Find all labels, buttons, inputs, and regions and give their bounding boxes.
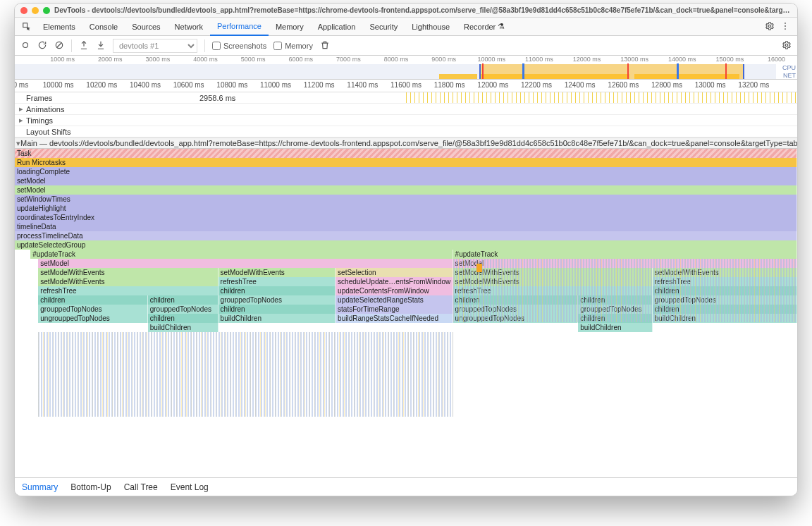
- close-icon[interactable]: [20, 7, 27, 14]
- flame-segment[interactable]: refreshTree: [219, 277, 336, 286]
- flame-segment[interactable]: buildRangeStatsCacheIfNeeded: [336, 314, 453, 323]
- flame-segment[interactable]: Run Microtasks: [15, 158, 797, 167]
- flame-segment[interactable]: children: [219, 305, 336, 314]
- overview-tick: 2000 ms: [98, 56, 123, 63]
- track-animations[interactable]: ▸Animations: [15, 104, 797, 115]
- ruler-tick: 11000 ms: [260, 81, 291, 89]
- overview-tick: 10000 ms: [477, 56, 505, 63]
- svg-point-4: [785, 28, 786, 30]
- svg-point-3: [785, 25, 786, 27]
- flame-segment[interactable]: scheduleUpdate…entsFromWindow: [336, 277, 453, 286]
- flame-segment[interactable]: updateSelectedRangeStats: [336, 295, 453, 305]
- track-frames[interactable]: Frames 2958.6 ms: [15, 92, 797, 104]
- window-title: DevTools - devtools://devtools/bundled/d…: [54, 6, 792, 14]
- download-icon[interactable]: [96, 40, 106, 51]
- flame-segment[interactable]: children: [148, 295, 219, 305]
- ruler-tick: 12000 ms: [477, 81, 508, 89]
- tab-sources[interactable]: Sources: [125, 18, 167, 36]
- flame-segment[interactable]: grouppedTopNodes: [148, 305, 219, 314]
- reload-icon[interactable]: [37, 40, 47, 51]
- main-thread-header[interactable]: ▾Main — devtools://devtools/bundled/devt…: [15, 137, 797, 149]
- flame-segment[interactable]: setModel: [38, 259, 453, 268]
- flame-segment[interactable]: #updateTrack: [453, 250, 797, 259]
- flame-segment[interactable]: setModelWithEvents: [219, 268, 336, 277]
- overview-timeline[interactable]: 1000 ms2000 ms3000 ms4000 ms5000 ms6000 …: [15, 56, 797, 80]
- record-icon[interactable]: [20, 40, 30, 51]
- track-layout-shifts[interactable]: Layout Shifts: [15, 126, 797, 137]
- tab-elements[interactable]: Elements: [36, 18, 82, 36]
- flame-segment[interactable]: grouppedTopNodes: [38, 305, 147, 314]
- details-tabbar: Summary Bottom-Up Call Tree Event Log: [15, 477, 797, 496]
- flame-segment[interactable]: setWindowTimes: [15, 195, 797, 204]
- flame-segment[interactable]: children: [219, 286, 336, 295]
- overview-tick: 9000 ms: [431, 56, 456, 63]
- flame-segment[interactable]: buildChildren: [148, 323, 219, 332]
- flame-segment[interactable]: setModelWithEvents: [38, 268, 218, 277]
- svg-point-5: [23, 42, 28, 47]
- performance-toolbar: devtools #1 Screenshots Memory: [15, 36, 797, 56]
- kebab-menu-icon[interactable]: [780, 21, 790, 32]
- tab-network[interactable]: Network: [168, 18, 210, 36]
- flame-segment[interactable]: statsForTimeRange: [336, 305, 453, 314]
- clear-icon[interactable]: [54, 40, 64, 51]
- minimize-icon[interactable]: [32, 7, 39, 14]
- tab-bottom-up[interactable]: Bottom-Up: [70, 482, 111, 492]
- time-ruler[interactable]: 9800 ms10000 ms10200 ms10400 ms10600 ms1…: [15, 80, 797, 92]
- flame-segment[interactable]: children: [148, 314, 219, 323]
- overview-tick: 6000 ms: [288, 56, 313, 63]
- track-timings[interactable]: ▸Timings: [15, 115, 797, 126]
- flame-segment[interactable]: updateContentsFromWindow: [336, 286, 453, 295]
- flame-segment[interactable]: buildChildren: [578, 323, 652, 332]
- net-label: NET: [783, 72, 796, 79]
- settings-gear-icon[interactable]: [765, 21, 775, 32]
- flame-segment[interactable]: loadingComplete: [15, 167, 797, 176]
- flame-segment[interactable]: ungrouppedTopNodes: [38, 314, 147, 323]
- tab-security[interactable]: Security: [362, 18, 405, 36]
- ruler-tick: 13000 ms: [695, 81, 726, 89]
- tab-console[interactable]: Console: [82, 18, 125, 36]
- ruler-tick: 12800 ms: [651, 81, 682, 89]
- preview-badge-icon: ⚗: [498, 22, 505, 31]
- tab-performance[interactable]: Performance: [210, 18, 269, 36]
- ruler-tick: 11200 ms: [304, 81, 335, 89]
- flame-segment[interactable]: setModelWithEvents: [38, 277, 218, 286]
- tab-recorder[interactable]: Recorder ⚗: [457, 18, 512, 36]
- flame-segment[interactable]: updateSelectedGroup: [15, 240, 797, 250]
- inspect-icon[interactable]: [18, 18, 36, 36]
- tab-memory[interactable]: Memory: [269, 18, 311, 36]
- tab-application[interactable]: Application: [311, 18, 363, 36]
- screenshots-checkbox[interactable]: Screenshots: [212, 42, 266, 50]
- tab-lighthouse[interactable]: Lighthouse: [405, 18, 457, 36]
- flame-segment[interactable]: children: [38, 295, 147, 305]
- flame-segment[interactable]: timelineData: [15, 222, 797, 231]
- flame-segment[interactable]: setSelection: [336, 268, 453, 277]
- panel-settings-gear-icon[interactable]: [782, 40, 792, 51]
- flame-segment[interactable]: refreshTree: [38, 286, 218, 295]
- ruler-tick: 10800 ms: [216, 81, 247, 89]
- trash-icon[interactable]: [320, 40, 330, 51]
- flame-chart[interactable]: TaskRun MicrotasksloadingCompletesetMode…: [15, 149, 797, 477]
- tab-summary[interactable]: Summary: [22, 482, 58, 492]
- memory-checkbox[interactable]: Memory: [273, 42, 313, 50]
- flame-segment[interactable]: [476, 264, 482, 272]
- overview-tick: 4000 ms: [193, 56, 218, 63]
- profile-selector[interactable]: devtools #1: [113, 39, 197, 53]
- flame-segment[interactable]: Task: [15, 149, 797, 158]
- tab-event-log[interactable]: Event Log: [171, 482, 209, 492]
- devtools-window: DevTools - devtools://devtools/bundled/d…: [14, 3, 798, 496]
- ruler-tick: 10000 ms: [43, 81, 74, 89]
- flame-segment[interactable]: coordinatesToEntryIndex: [15, 213, 797, 222]
- maximize-icon[interactable]: [43, 7, 50, 14]
- tab-call-tree[interactable]: Call Tree: [124, 482, 158, 492]
- svg-rect-0: [23, 23, 27, 27]
- flame-segment[interactable]: processTimelineData: [15, 231, 797, 240]
- upload-icon[interactable]: [79, 40, 89, 51]
- overview-tick: 11000 ms: [525, 56, 553, 63]
- flame-segment[interactable]: buildChildren: [219, 314, 336, 323]
- flame-segment[interactable]: setModel: [15, 176, 797, 185]
- flame-segment[interactable]: grouppedTopNodes: [219, 295, 336, 305]
- flame-segment[interactable]: #updateTrack: [30, 250, 453, 259]
- flame-segment[interactable]: updateHighlight: [15, 204, 797, 213]
- flame-segment[interactable]: setModel: [15, 185, 797, 195]
- ruler-tick: 10200 ms: [86, 81, 117, 89]
